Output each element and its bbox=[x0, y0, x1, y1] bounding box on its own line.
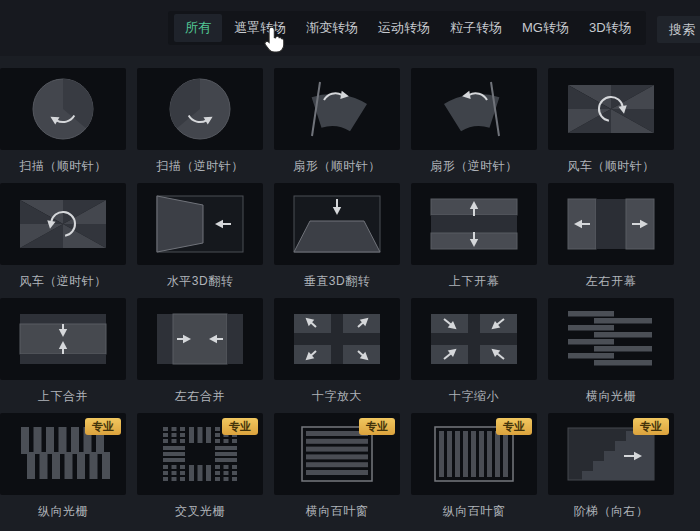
transition-item-label: 扫描（逆时针） bbox=[137, 150, 263, 183]
transition-item-label: 垂直3D翻转 bbox=[274, 265, 400, 298]
transition-item-label: 左右开幕 bbox=[548, 265, 674, 298]
category-tab[interactable]: 3D转场 bbox=[579, 11, 642, 45]
pinwheel-ccw-icon bbox=[0, 183, 126, 265]
transition-thumbnail[interactable] bbox=[137, 183, 263, 265]
transition-item[interactable]: 上下合并 bbox=[0, 298, 126, 413]
transition-item[interactable]: 扇形（顺时针） bbox=[274, 68, 400, 183]
transition-item[interactable]: 专业 阶梯（向右） bbox=[548, 413, 674, 528]
transition-item[interactable]: 专业 纵向光栅 bbox=[0, 413, 126, 528]
merge-h-icon bbox=[137, 298, 263, 380]
raster-h-icon bbox=[548, 298, 674, 380]
transition-item[interactable]: 上下开幕 bbox=[411, 183, 537, 298]
transition-item[interactable]: 左右开幕 bbox=[548, 183, 674, 298]
transition-thumbnail[interactable]: 专业 bbox=[0, 413, 126, 495]
category-tab-bar: 所有遮罩转场渐变转场运动转场粒子转场MG转场3D转场 bbox=[168, 11, 646, 45]
transition-item[interactable]: 扫描（逆时针） bbox=[137, 68, 263, 183]
transition-thumbnail[interactable] bbox=[274, 68, 400, 150]
flip-h-icon bbox=[137, 183, 263, 265]
transition-item[interactable]: 扇形（逆时针） bbox=[411, 68, 537, 183]
merge-v-icon bbox=[0, 298, 126, 380]
flip-v-icon bbox=[274, 183, 400, 265]
transition-item-label: 风车（逆时针） bbox=[0, 265, 126, 298]
transition-thumbnail[interactable] bbox=[411, 68, 537, 150]
transition-thumbnail[interactable] bbox=[411, 183, 537, 265]
transition-thumbnail[interactable] bbox=[548, 183, 674, 265]
open-v-icon bbox=[411, 183, 537, 265]
category-tab[interactable]: 渐变转场 bbox=[296, 11, 368, 45]
transition-item[interactable]: 扫描（顺时针） bbox=[0, 68, 126, 183]
pro-badge: 专业 bbox=[633, 418, 669, 435]
sweep-ccw-icon bbox=[137, 68, 263, 150]
transition-item-label: 左右合并 bbox=[137, 380, 263, 413]
transition-item[interactable]: 十字缩小 bbox=[411, 298, 537, 413]
transition-thumbnail[interactable] bbox=[137, 68, 263, 150]
transition-item[interactable]: 横向光栅 bbox=[548, 298, 674, 413]
transition-thumbnail[interactable]: 专业 bbox=[548, 413, 674, 495]
pinwheel-cw-icon bbox=[548, 68, 674, 150]
transition-item[interactable]: 专业 横向百叶窗 bbox=[274, 413, 400, 528]
transition-thumbnail[interactable] bbox=[0, 298, 126, 380]
transition-item-label: 扇形（顺时针） bbox=[274, 150, 400, 183]
topbar: 所有遮罩转场渐变转场运动转场粒子转场MG转场3D转场 搜索 bbox=[0, 0, 700, 56]
transition-item[interactable]: 风车（逆时针） bbox=[0, 183, 126, 298]
transition-item-label: 十字缩小 bbox=[411, 380, 537, 413]
transition-item-label: 横向百叶窗 bbox=[274, 495, 400, 528]
pro-badge: 专业 bbox=[222, 418, 258, 435]
transition-item[interactable]: 左右合并 bbox=[137, 298, 263, 413]
transition-thumbnail[interactable] bbox=[548, 68, 674, 150]
transition-item[interactable]: 风车（顺时针） bbox=[548, 68, 674, 183]
category-tab[interactable]: 所有 bbox=[174, 14, 222, 42]
transitions-grid: 扫描（顺时针） 扫描（逆时针） 扇形（顺时针） 扇形（逆时针） 风车（顺时针） bbox=[0, 68, 700, 528]
transition-item[interactable]: 十字放大 bbox=[274, 298, 400, 413]
cross-out-icon bbox=[274, 298, 400, 380]
transition-item-label: 交叉光栅 bbox=[137, 495, 263, 528]
search-button[interactable]: 搜索 bbox=[657, 16, 700, 43]
category-tab[interactable]: MG转场 bbox=[512, 11, 579, 45]
transition-item[interactable]: 水平3D翻转 bbox=[137, 183, 263, 298]
transition-thumbnail[interactable] bbox=[274, 298, 400, 380]
transition-item[interactable]: 专业 纵向百叶窗 bbox=[411, 413, 537, 528]
pro-badge: 专业 bbox=[496, 418, 532, 435]
fan-ccw-icon bbox=[411, 68, 537, 150]
transition-thumbnail[interactable] bbox=[0, 68, 126, 150]
transition-item[interactable]: 垂直3D翻转 bbox=[274, 183, 400, 298]
transition-item-label: 水平3D翻转 bbox=[137, 265, 263, 298]
open-h-icon bbox=[548, 183, 674, 265]
transition-item-label: 纵向百叶窗 bbox=[411, 495, 537, 528]
transition-thumbnail[interactable]: 专业 bbox=[137, 413, 263, 495]
pro-badge: 专业 bbox=[359, 418, 395, 435]
search-label: 搜索 bbox=[669, 22, 695, 37]
fan-cw-icon bbox=[274, 68, 400, 150]
sweep-cw-icon bbox=[0, 68, 126, 150]
transition-thumbnail[interactable]: 专业 bbox=[274, 413, 400, 495]
category-tab[interactable]: 遮罩转场 bbox=[224, 11, 296, 45]
transition-item-label: 纵向光栅 bbox=[0, 495, 126, 528]
transition-item-label: 横向光栅 bbox=[548, 380, 674, 413]
transition-thumbnail[interactable] bbox=[548, 298, 674, 380]
transition-item-label: 扫描（顺时针） bbox=[0, 150, 126, 183]
transition-item-label: 十字放大 bbox=[274, 380, 400, 413]
transition-thumbnail[interactable] bbox=[0, 183, 126, 265]
transitions-panel: 所有遮罩转场渐变转场运动转场粒子转场MG转场3D转场 搜索 扫描（顺时针） 扫描… bbox=[0, 0, 700, 528]
transition-item-label: 上下合并 bbox=[0, 380, 126, 413]
transition-item[interactable]: 专业 交叉光栅 bbox=[137, 413, 263, 528]
transition-thumbnail[interactable] bbox=[274, 183, 400, 265]
pro-badge: 专业 bbox=[85, 418, 121, 435]
transition-thumbnail[interactable] bbox=[137, 298, 263, 380]
transition-thumbnail[interactable] bbox=[411, 298, 537, 380]
category-tab[interactable]: 运动转场 bbox=[368, 11, 440, 45]
cross-in-icon bbox=[411, 298, 537, 380]
transition-item-label: 上下开幕 bbox=[411, 265, 537, 298]
transition-item-label: 风车（顺时针） bbox=[548, 150, 674, 183]
transition-item-label: 扇形（逆时针） bbox=[411, 150, 537, 183]
transition-thumbnail[interactable]: 专业 bbox=[411, 413, 537, 495]
transition-item-label: 阶梯（向右） bbox=[548, 495, 674, 528]
category-tab[interactable]: 粒子转场 bbox=[440, 11, 512, 45]
